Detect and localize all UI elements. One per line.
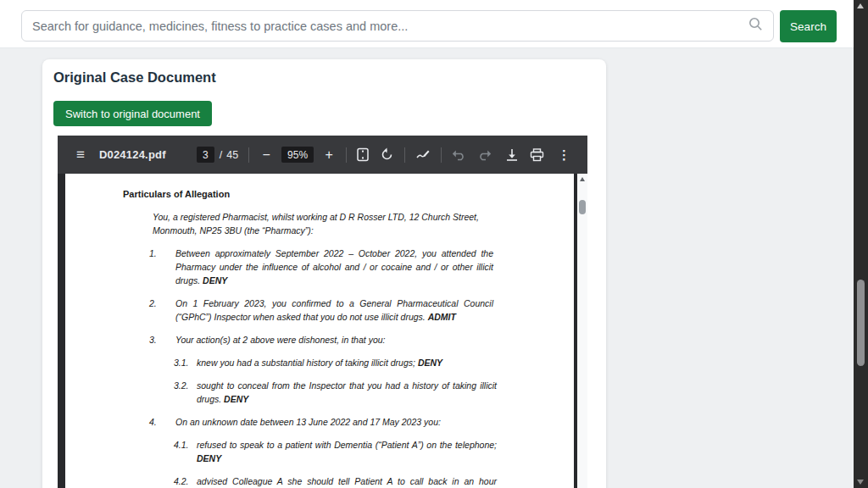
- search-input[interactable]: [32, 19, 748, 33]
- item-number: 1.: [149, 247, 175, 287]
- document-heading: Particulars of Allegation: [123, 187, 574, 201]
- original-case-document-card: Original Case Document Switch to origina…: [42, 59, 606, 488]
- document-intro: You, a registered Pharmacist, whilst wor…: [153, 210, 501, 237]
- allegation-item: 1. Between approximately September 2022 …: [149, 247, 493, 287]
- allegation-item: 4. On an unknown date between 13 June 20…: [149, 415, 493, 429]
- item-verdict: ADMIT: [428, 312, 456, 322]
- search-box[interactable]: [21, 10, 774, 42]
- item-text: knew you had a substantial history of ta…: [197, 358, 415, 368]
- item-text: On an unknown date between 13 June 2022 …: [175, 417, 441, 427]
- item-number: 3.2.: [174, 379, 197, 406]
- rotate-icon[interactable]: [380, 147, 394, 162]
- pdf-toolbar: ≡ D024124.pdf 3 / 45 − 95% +: [58, 136, 587, 174]
- item-number: 4.1.: [174, 438, 197, 465]
- item-verdict: DENY: [197, 453, 221, 463]
- annotate-pen-icon[interactable]: [415, 148, 431, 162]
- search-header: Search: [0, 0, 854, 48]
- undo-icon[interactable]: [452, 148, 466, 161]
- item-number: 3.1.: [174, 356, 197, 369]
- zoom-in-button[interactable]: +: [322, 147, 336, 163]
- item-verdict: DENY: [203, 275, 227, 286]
- zoom-out-button[interactable]: −: [259, 147, 273, 163]
- page-separator: /: [220, 149, 222, 161]
- item-verdict: DENY: [418, 358, 442, 368]
- pdf-scrollbar[interactable]: [577, 174, 587, 488]
- more-options-icon[interactable]: ⋮: [558, 147, 570, 163]
- page-title: Original Case Document: [53, 69, 216, 86]
- item-number: 2.: [149, 297, 175, 324]
- pdf-menu-icon[interactable]: ≡: [76, 147, 85, 162]
- page-number-input[interactable]: 3: [197, 147, 214, 163]
- item-text: Your action(s) at 2 above were dishonest…: [175, 335, 385, 345]
- item-number: 4.2.: [174, 474, 197, 488]
- pdf-filename: D024124.pdf: [99, 148, 166, 161]
- allegation-subitem: 3.1. knew you had a substantial history …: [174, 356, 497, 369]
- allegation-item: 3. Your action(s) at 2 above were dishon…: [149, 333, 493, 347]
- pdf-page: Particulars of Allegation You, a registe…: [65, 174, 574, 488]
- pdf-viewer: ≡ D024124.pdf 3 / 45 − 95% +: [58, 136, 587, 488]
- redo-icon[interactable]: [477, 148, 492, 161]
- item-verdict: DENY: [224, 394, 248, 404]
- print-icon[interactable]: [530, 148, 544, 162]
- allegation-subitem: 3.2. sought to conceal from the Inspecto…: [174, 379, 497, 406]
- page-count: 45: [226, 149, 238, 161]
- toolbar-divider: [346, 147, 347, 163]
- zoom-level-input[interactable]: 95%: [281, 147, 314, 163]
- pdf-content-area: Particulars of Allegation You, a registe…: [58, 174, 587, 488]
- item-text: advised Colleague A she should tell Pati…: [197, 476, 497, 488]
- toolbar-divider: [248, 147, 249, 163]
- browser-scrollbar[interactable]: [854, 0, 868, 488]
- toolbar-divider: [404, 147, 405, 163]
- item-text: refused to speak to a patient with Demen…: [197, 440, 497, 450]
- allegation-subitem: 4.2. advised Colleague A she should tell…: [174, 474, 497, 488]
- item-number: 3.: [149, 333, 175, 347]
- scrollbar-thumb[interactable]: [857, 280, 865, 366]
- toolbar-divider: [441, 147, 442, 163]
- search-button[interactable]: Search: [780, 10, 837, 42]
- download-icon[interactable]: [505, 148, 519, 162]
- allegation-subitem: 4.1. refused to speak to a patient with …: [174, 438, 497, 465]
- fit-to-page-icon[interactable]: [357, 147, 369, 162]
- switch-to-original-document-button[interactable]: Switch to original document: [53, 101, 212, 126]
- search-icon: [748, 17, 763, 35]
- pdf-scrollbar-thumb[interactable]: [579, 200, 586, 214]
- scroll-down-icon[interactable]: [857, 480, 864, 485]
- scroll-up-icon[interactable]: [857, 3, 864, 8]
- allegation-item: 2. On 1 February 2023, you confirmed to …: [149, 297, 493, 324]
- item-number: 4.: [149, 415, 175, 429]
- pdf-scroll-up-icon[interactable]: [580, 177, 585, 181]
